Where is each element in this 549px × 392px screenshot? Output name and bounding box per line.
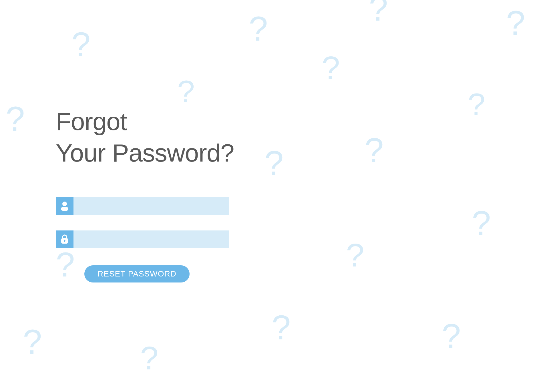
question-mark-icon: ?	[23, 325, 42, 359]
question-mark-icon: ?	[506, 6, 525, 40]
lock-icon	[56, 230, 73, 248]
question-mark-icon: ?	[249, 11, 268, 46]
question-mark-icon: ?	[442, 319, 461, 353]
svg-rect-1	[61, 207, 68, 211]
reset-password-button[interactable]: RESET PASSWORD	[84, 265, 190, 282]
question-mark-icon: ?	[365, 133, 384, 167]
question-mark-icon: ?	[369, 0, 388, 26]
title-line-2: Your Password?	[56, 139, 234, 167]
title-line-1: Forgot	[56, 107, 127, 136]
forgot-password-form: Forgot Your Password?	[56, 106, 234, 282]
password-row	[56, 230, 234, 248]
page-title: Forgot Your Password?	[56, 106, 234, 169]
username-input[interactable]	[73, 197, 229, 215]
question-mark-icon: ?	[6, 102, 25, 136]
question-mark-icon: ?	[272, 310, 291, 345]
question-mark-icon: ?	[71, 27, 91, 61]
svg-point-0	[62, 202, 67, 206]
svg-rect-4	[64, 241, 65, 242]
user-icon	[56, 197, 73, 215]
question-mark-icon: ?	[322, 51, 340, 84]
question-mark-icon: ?	[177, 76, 195, 107]
username-row	[56, 197, 234, 215]
password-input[interactable]	[73, 230, 229, 248]
question-mark-icon: ?	[472, 206, 491, 240]
question-mark-icon: ?	[264, 146, 284, 180]
input-fields: RESET PASSWORD	[56, 197, 234, 282]
question-mark-icon: ?	[468, 89, 485, 120]
question-mark-icon: ?	[140, 342, 158, 375]
question-mark-icon: ?	[346, 239, 364, 272]
